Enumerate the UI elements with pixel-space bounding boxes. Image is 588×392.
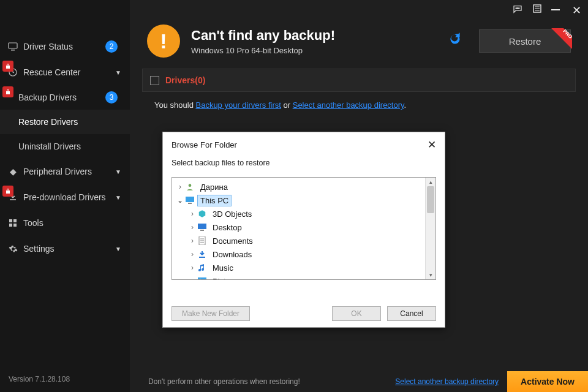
- chevron-down-icon: ▼: [115, 168, 121, 175]
- svg-rect-5: [9, 224, 12, 227]
- chevron-down-icon: ▼: [115, 69, 121, 76]
- document-icon: [197, 236, 208, 246]
- lock-icon: [2, 186, 13, 197]
- user-icon: [184, 182, 195, 192]
- pictures-icon: [197, 276, 208, 279]
- chevron-down-icon: ▼: [115, 246, 121, 252]
- footer: Don't perform other operations when rest…: [130, 371, 588, 392]
- refresh-icon[interactable]: [447, 31, 463, 51]
- restore-button[interactable]: Restore PRO: [479, 29, 571, 53]
- sidebar: Driver Status 2 Rescue Center ▼ Backup D…: [0, 0, 130, 392]
- lock-icon: [2, 61, 13, 72]
- folder-tree: › Дарина ⌄ This PC › 3D Objects ›: [172, 177, 436, 280]
- badge-count: 3: [105, 91, 118, 104]
- footer-select-directory-link[interactable]: Select another backup directory: [395, 377, 499, 386]
- tree-item-documents[interactable]: › Documents: [172, 234, 425, 247]
- sidebar-item-label: Tools: [23, 218, 121, 228]
- close-icon[interactable]: ✕: [571, 4, 582, 17]
- scroll-up-icon[interactable]: ▴: [426, 178, 435, 186]
- cube-icon: [197, 209, 208, 219]
- tree-item-pictures[interactable]: › Pictures: [172, 274, 425, 279]
- svg-rect-18: [200, 230, 204, 231]
- monitor-icon: [6, 42, 20, 51]
- scroll-down-icon[interactable]: ▾: [426, 271, 435, 279]
- make-new-folder-button[interactable]: Make New Folder: [172, 306, 250, 321]
- info-line: You should Backup your dirvers first or …: [130, 92, 588, 110]
- grid-icon: [6, 219, 20, 227]
- sidebar-item-label: Pre-download Drivers: [23, 192, 115, 202]
- expand-icon[interactable]: ›: [188, 223, 197, 232]
- lock-icon: [2, 86, 13, 97]
- sidebar-item-rescue-center[interactable]: Rescue Center ▼: [0, 59, 130, 85]
- sidebar-item-backup-drivers[interactable]: Backup Drivers 3: [0, 85, 130, 110]
- expand-icon[interactable]: ›: [188, 209, 197, 218]
- sidebar-item-tools[interactable]: Tools: [0, 210, 130, 236]
- scroll-thumb[interactable]: [427, 186, 434, 213]
- titlebar-controls: ✕: [512, 4, 582, 17]
- page-title: Can't find any backup!: [191, 28, 436, 43]
- tree-label: Pictures: [210, 276, 244, 280]
- sidebar-item-peripheral-drivers[interactable]: ◆ Peripheral Drivers ▼: [0, 159, 130, 184]
- tree-label: Music: [210, 263, 236, 273]
- tree-label: Downloads: [210, 249, 254, 260]
- desktop-icon: [197, 222, 208, 232]
- expand-icon[interactable]: ›: [188, 236, 197, 245]
- sidebar-item-label: Driver Status: [23, 42, 105, 51]
- collapse-icon[interactable]: ⌄: [176, 196, 184, 205]
- backup-first-link[interactable]: Backup your dirvers first: [195, 100, 281, 110]
- sidebar-item-label: Settings: [23, 244, 115, 254]
- pro-ribbon: PRO: [551, 28, 572, 49]
- tree-label: 3D Objects: [210, 209, 254, 219]
- sidebar-item-settings[interactable]: Settings ▼: [0, 236, 130, 262]
- tree-item-this-pc[interactable]: ⌄ This PC: [172, 194, 425, 207]
- activate-now-button[interactable]: Activate Now: [507, 371, 588, 392]
- tree-label: Desktop: [210, 222, 244, 233]
- dialog-close-icon[interactable]: ✕: [428, 138, 436, 151]
- tree-scrollbar[interactable]: ▴ ▾: [425, 178, 435, 279]
- svg-rect-0: [9, 43, 17, 48]
- tree-item-desktop[interactable]: › Desktop: [172, 221, 425, 234]
- tree-label: This PC: [198, 195, 231, 206]
- sidebar-item-driver-status[interactable]: Driver Status 2: [0, 34, 130, 59]
- ok-button[interactable]: OK: [332, 306, 381, 321]
- expand-icon[interactable]: ›: [188, 250, 197, 258]
- feedback-icon[interactable]: [512, 4, 523, 17]
- diamond-icon: ◆: [6, 167, 20, 176]
- tree-item-downloads[interactable]: › Downloads: [172, 247, 425, 261]
- svg-rect-17: [198, 224, 206, 229]
- menu-icon[interactable]: [532, 4, 543, 17]
- tree-item-music[interactable]: › Music: [172, 261, 425, 274]
- drivers-checkbox[interactable]: [150, 76, 159, 85]
- expand-icon[interactable]: ›: [176, 183, 184, 191]
- svg-rect-15: [186, 197, 194, 202]
- sidebar-item-predownload-drivers[interactable]: Pre-download Drivers ▼: [0, 184, 130, 210]
- tree-item-3d-objects[interactable]: › 3D Objects: [172, 207, 425, 221]
- minimize-icon[interactable]: [551, 4, 562, 17]
- tree-item-user[interactable]: › Дарина: [172, 180, 425, 194]
- tree-label: Documents: [210, 236, 255, 246]
- svg-rect-24: [198, 277, 206, 279]
- svg-point-14: [189, 184, 192, 187]
- browse-folder-dialog: Browse For Folder ✕ Select backup files …: [162, 132, 445, 328]
- sidebar-item-uninstall-drivers[interactable]: Uninstall Drivers: [0, 134, 130, 159]
- dialog-subtitle: Select backup files to restore: [163, 155, 445, 173]
- dialog-title: Browse For Folder: [172, 140, 237, 149]
- music-icon: [197, 263, 208, 273]
- footer-note: Don't perform other operations when rest…: [148, 377, 300, 386]
- svg-rect-23: [199, 257, 205, 258]
- select-directory-link[interactable]: Select another backup directory: [293, 100, 404, 110]
- page-subtitle: Windows 10 Pro 64-bit Desktop: [191, 46, 436, 55]
- restore-button-label: Restore: [509, 36, 541, 47]
- svg-point-7: [516, 8, 517, 9]
- tree-label: Дарина: [198, 182, 230, 192]
- pc-icon: [184, 195, 195, 205]
- sidebar-item-label: Uninstall Drivers: [18, 141, 121, 151]
- sidebar-item-restore-drivers[interactable]: Restore Drivers: [0, 110, 130, 134]
- badge-count: 2: [105, 40, 118, 53]
- expand-icon[interactable]: ›: [188, 263, 197, 272]
- version-label: Version 7.1.28.108: [0, 366, 130, 392]
- svg-point-9: [519, 8, 520, 9]
- sidebar-item-label: Restore Drivers: [18, 117, 121, 127]
- cancel-button[interactable]: Cancel: [387, 306, 436, 321]
- sidebar-item-label: Rescue Center: [23, 67, 115, 77]
